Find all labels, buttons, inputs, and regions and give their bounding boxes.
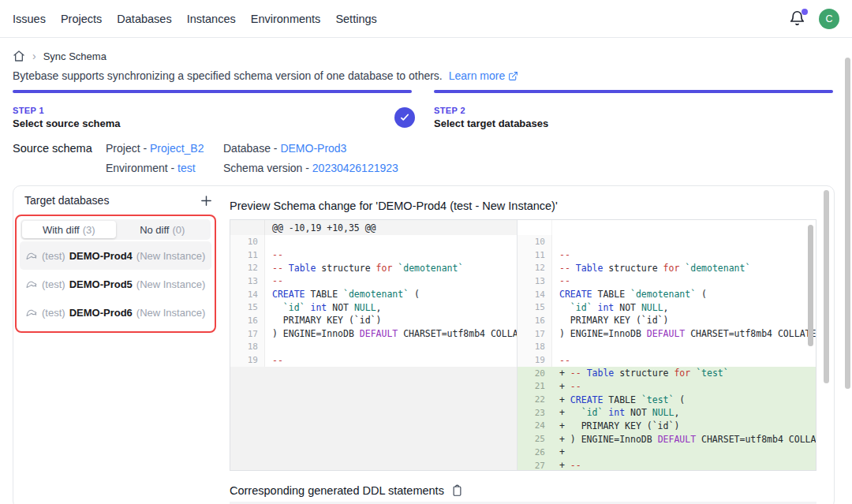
- tab-with-diff[interactable]: With diff(3): [22, 221, 116, 238]
- target-database-list: (test)DEMO-Prod4(New Instance)(test)DEMO…: [17, 241, 215, 327]
- diff-line-number: 17: [518, 327, 552, 341]
- diff-line-number: 14: [518, 288, 552, 301]
- diff-row: 10: [230, 235, 517, 248]
- avatar[interactable]: C: [819, 9, 839, 29]
- diff-line-code: + -- Table structure for `test`: [552, 368, 816, 379]
- diff-line-number: 15: [230, 301, 265, 314]
- db-name: DEMO-Prod6: [69, 307, 133, 319]
- diff-line-number: 23: [518, 406, 552, 420]
- diff-hunk-text: @@ -10,19 +10,35 @@: [265, 222, 517, 233]
- diff-line-number: 16: [230, 314, 265, 327]
- diff-row: 26+: [518, 446, 816, 459]
- diff-line-number: 27: [518, 459, 552, 470]
- step2-label: Select target databases: [434, 118, 548, 129]
- intro-description: Bytebase supports synchronizing a specif…: [13, 69, 443, 82]
- db-environment: (test): [42, 250, 65, 262]
- field-value-link[interactable]: Project_B2: [150, 142, 204, 155]
- source-schema-fields: Project - Project_B2Database - DEMO-Prod…: [106, 142, 398, 174]
- nav-item-environments[interactable]: Environments: [251, 13, 321, 25]
- diff-left-rows: 1011--12-- Table structure for `demotena…: [230, 235, 517, 470]
- nav-item-issues[interactable]: Issues: [13, 13, 46, 25]
- diff-line-number: 19: [518, 353, 552, 367]
- ddl-statements-label: Corresponding generated DDL statements: [230, 484, 444, 497]
- diff-line-code: CREATE TABLE `demotenant` (: [265, 289, 517, 300]
- home-icon[interactable]: [13, 50, 25, 62]
- notification-dot: [802, 9, 808, 15]
- diff-line-code: --: [265, 355, 517, 366]
- diff-line-code: --: [552, 275, 816, 286]
- nav-item-projects[interactable]: Projects: [61, 13, 102, 25]
- field-label: Project -: [106, 142, 150, 155]
- target-database-item[interactable]: (test)DEMO-Prod5(New Instance): [20, 270, 211, 298]
- learn-more-link[interactable]: Learn more: [449, 69, 506, 82]
- diff-row: 16 PRIMARY KEY (`id`): [230, 314, 517, 327]
- diff-line-code: PRIMARY KEY (`id`): [552, 315, 816, 326]
- page-scrollbar[interactable]: [845, 58, 850, 389]
- field-value-link[interactable]: 20230426121923: [312, 162, 398, 174]
- diff-line-code: + PRIMARY KEY (`id`): [552, 420, 816, 431]
- mysql-icon: [25, 278, 38, 290]
- diff-row: 16 PRIMARY KEY (`id`): [518, 314, 816, 327]
- schema-diff-editor: @@ -10,19 +10,35 @@ 1011--12-- Table str…: [230, 219, 816, 471]
- card-scrollbar[interactable]: [824, 190, 829, 383]
- diff-row: 19--: [230, 353, 517, 367]
- tab-no-diff[interactable]: No diff(0): [116, 221, 210, 238]
- diff-row: 17) ENGINE=InnoDB DEFAULT CHARSET=utf8mb…: [230, 327, 517, 341]
- diff-line-number: 11: [230, 248, 265, 262]
- diff-line-number: 24: [518, 420, 552, 433]
- db-name: DEMO-Prod4: [69, 250, 133, 262]
- diff-line-code: --: [265, 249, 517, 260]
- nav-item-databases[interactable]: Databases: [117, 13, 171, 25]
- external-link-icon: [508, 71, 518, 84]
- diff-row: 25+ ) ENGINE=InnoDB DEFAULT CHARSET=utf8…: [518, 432, 816, 446]
- diff-line-number: 15: [518, 301, 552, 314]
- nav-item-instances[interactable]: Instances: [187, 13, 236, 25]
- diff-line-number: 12: [230, 261, 265, 274]
- add-target-database-button[interactable]: [198, 192, 214, 208]
- diff-line-number: 10: [230, 235, 265, 248]
- top-nav: IssuesProjectsDatabasesInstancesEnvironm…: [0, 0, 852, 38]
- diff-line-number: 14: [230, 288, 265, 301]
- diff-line-code: + --: [552, 381, 816, 392]
- diff-tabs: With diff(3)No diff(0): [21, 219, 211, 240]
- step1-label: Select source schema: [13, 118, 121, 129]
- chevron-right-icon: ›: [32, 51, 36, 61]
- diff-hunk-header: @@ -10,19 +10,35 @@: [230, 220, 517, 235]
- diff-line-number: 26: [518, 446, 552, 459]
- target-list-highlight-box: With diff(3)No diff(0) (test)DEMO-Prod4(…: [15, 215, 216, 333]
- diff-pane-scrollbar[interactable]: [808, 225, 813, 346]
- field-value-link[interactable]: DEMO-Prod3: [280, 142, 346, 155]
- target-database-item[interactable]: (test)DEMO-Prod6(New Instance): [20, 298, 211, 327]
- check-icon: [399, 112, 410, 123]
- mysql-icon: [25, 307, 38, 319]
- source-field: Project - Project_B2: [106, 142, 223, 155]
- diff-pane-target: 1011--12-- Table structure for `demotena…: [517, 220, 816, 470]
- diff-line-number: 19: [230, 353, 265, 367]
- diff-line-code: +: [552, 446, 816, 457]
- copy-icon[interactable]: [451, 484, 463, 497]
- intro-text: Bytebase supports synchronizing a specif…: [13, 69, 518, 84]
- diff-line-number: 13: [230, 274, 265, 288]
- diff-row: 27+ --: [518, 459, 816, 470]
- source-schema-label: Source schema: [13, 142, 92, 155]
- diff-line-code: `id` int NOT NULL,: [552, 302, 816, 313]
- diff-line-code: + ) ENGINE=InnoDB DEFAULT CHARSET=utf8mb…: [552, 434, 816, 445]
- db-instance-suffix: (New Instance): [136, 307, 205, 319]
- nav-item-settings[interactable]: Settings: [335, 13, 376, 25]
- breadcrumb-current: Sync Schema: [43, 50, 106, 62]
- diff-line-code: ) ENGINE=InnoDB DEFAULT CHARSET=utf8mb4 …: [552, 328, 816, 339]
- diff-line-code: + --: [552, 460, 816, 470]
- diff-line-code: PRIMARY KEY (`id`): [265, 315, 517, 326]
- tab-label: No diff: [140, 224, 169, 236]
- target-database-item[interactable]: (test)DEMO-Prod4(New Instance): [20, 241, 211, 270]
- diff-row: 15 `id` int NOT NULL,: [518, 301, 816, 314]
- diff-pane-source: @@ -10,19 +10,35 @@ 1011--12-- Table str…: [230, 220, 517, 470]
- field-value-link[interactable]: test: [178, 162, 196, 174]
- sync-schema-page: IssuesProjectsDatabasesInstancesEnvironm…: [0, 0, 852, 504]
- step2-progress-bar: [434, 90, 833, 93]
- diff-line-number: 18: [230, 341, 265, 354]
- nav-right: C: [789, 9, 839, 29]
- field-label: Environment -: [106, 162, 178, 174]
- main-card: Target databases With diff(3)No diff(0) …: [13, 185, 835, 504]
- notification-bell-button[interactable]: [789, 10, 806, 28]
